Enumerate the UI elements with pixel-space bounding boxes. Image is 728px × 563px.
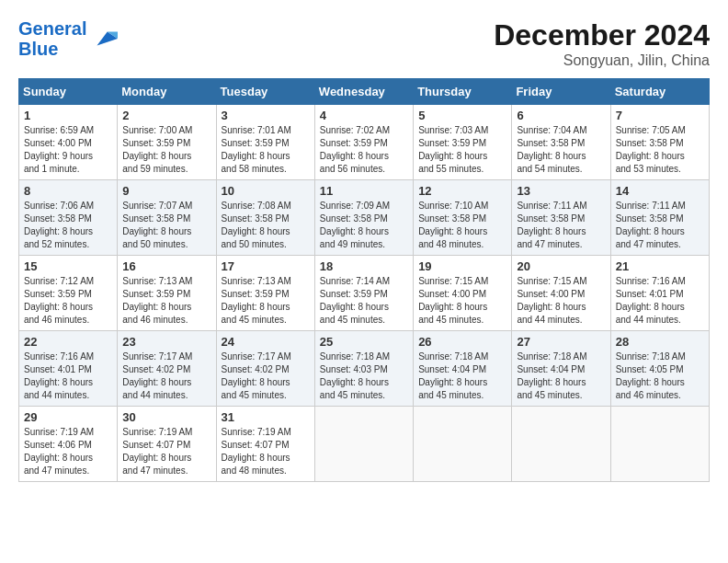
day-number: 2: [122, 109, 210, 122]
day-info: Sunrise: 7:04 AM Sunset: 3:58 PM Dayligh…: [517, 124, 605, 176]
day-number: 10: [222, 184, 310, 198]
day-number: 7: [616, 109, 704, 122]
day-number: 13: [517, 184, 605, 198]
day-info: Sunrise: 7:12 AM Sunset: 3:59 PM Dayligh…: [24, 275, 112, 327]
calendar-table: SundayMondayTuesdayWednesdayThursdayFrid…: [18, 78, 710, 482]
calendar-cell: 3Sunrise: 7:01 AM Sunset: 3:59 PM Daylig…: [216, 105, 314, 180]
day-number: 26: [418, 335, 506, 349]
day-info: Sunrise: 7:16 AM Sunset: 4:01 PM Dayligh…: [616, 275, 704, 327]
calendar-cell: [414, 407, 512, 482]
day-number: 9: [122, 184, 210, 198]
weekday-header-friday: Friday: [512, 79, 610, 105]
day-number: 27: [517, 335, 605, 349]
title-block: December 2024 Songyuan, Jilin, China: [494, 18, 710, 69]
calendar-cell: 21Sunrise: 7:16 AM Sunset: 4:01 PM Dayli…: [610, 256, 709, 331]
calendar-cell: 12Sunrise: 7:10 AM Sunset: 3:58 PM Dayli…: [414, 180, 512, 256]
week-row-4: 22Sunrise: 7:16 AM Sunset: 4:01 PM Dayli…: [19, 331, 710, 407]
day-number: 1: [24, 109, 112, 122]
day-info: Sunrise: 7:15 AM Sunset: 4:00 PM Dayligh…: [517, 275, 605, 327]
day-info: Sunrise: 7:18 AM Sunset: 4:03 PM Dayligh…: [320, 350, 408, 402]
calendar-cell: 11Sunrise: 7:09 AM Sunset: 3:58 PM Dayli…: [314, 180, 413, 256]
day-info: Sunrise: 7:01 AM Sunset: 3:59 PM Dayligh…: [222, 124, 310, 176]
day-info: Sunrise: 7:05 AM Sunset: 3:58 PM Dayligh…: [616, 124, 704, 176]
day-info: Sunrise: 7:11 AM Sunset: 3:58 PM Dayligh…: [517, 200, 605, 251]
day-info: Sunrise: 7:18 AM Sunset: 4:04 PM Dayligh…: [418, 350, 506, 402]
day-number: 20: [517, 259, 605, 273]
day-info: Sunrise: 7:09 AM Sunset: 3:58 PM Dayligh…: [320, 200, 408, 251]
calendar-cell: 23Sunrise: 7:17 AM Sunset: 4:02 PM Dayli…: [118, 331, 216, 407]
calendar-cell: [610, 407, 709, 482]
calendar-cell: 22Sunrise: 7:16 AM Sunset: 4:01 PM Dayli…: [19, 331, 118, 407]
day-number: 25: [320, 335, 408, 349]
day-number: 24: [222, 335, 310, 349]
calendar-cell: 15Sunrise: 7:12 AM Sunset: 3:59 PM Dayli…: [19, 256, 118, 331]
day-number: 28: [616, 335, 704, 349]
logo-line1: General: [18, 18, 86, 39]
day-number: 19: [418, 259, 506, 273]
day-info: Sunrise: 7:19 AM Sunset: 4:07 PM Dayligh…: [222, 426, 310, 477]
day-number: 8: [24, 184, 112, 198]
day-info: Sunrise: 7:14 AM Sunset: 3:59 PM Dayligh…: [320, 275, 408, 327]
week-row-1: 1Sunrise: 6:59 AM Sunset: 4:00 PM Daylig…: [19, 105, 710, 180]
calendar-cell: 4Sunrise: 7:02 AM Sunset: 3:59 PM Daylig…: [314, 105, 413, 180]
day-info: Sunrise: 7:17 AM Sunset: 4:02 PM Dayligh…: [122, 350, 210, 402]
calendar-cell: 9Sunrise: 7:07 AM Sunset: 3:58 PM Daylig…: [118, 180, 216, 256]
calendar-cell: 16Sunrise: 7:13 AM Sunset: 3:59 PM Dayli…: [118, 256, 216, 331]
page-header: General Blue December 2024 Songyuan, Jil…: [18, 18, 710, 69]
day-info: Sunrise: 7:13 AM Sunset: 3:59 PM Dayligh…: [222, 275, 310, 327]
day-number: 6: [517, 109, 605, 122]
day-info: Sunrise: 7:11 AM Sunset: 3:58 PM Dayligh…: [616, 200, 704, 251]
day-number: 3: [222, 109, 310, 122]
calendar-cell: 27Sunrise: 7:18 AM Sunset: 4:04 PM Dayli…: [512, 331, 610, 407]
day-info: Sunrise: 7:00 AM Sunset: 3:59 PM Dayligh…: [122, 124, 210, 176]
calendar-cell: 26Sunrise: 7:18 AM Sunset: 4:04 PM Dayli…: [414, 331, 512, 407]
day-number: 15: [24, 259, 112, 273]
weekday-header-wednesday: Wednesday: [314, 79, 413, 105]
day-number: 29: [24, 410, 112, 424]
day-info: Sunrise: 7:03 AM Sunset: 3:59 PM Dayligh…: [418, 124, 506, 176]
weekday-header-sunday: Sunday: [19, 79, 118, 105]
day-number: 23: [122, 335, 210, 349]
calendar-cell: 7Sunrise: 7:05 AM Sunset: 3:58 PM Daylig…: [610, 105, 709, 180]
week-row-5: 29Sunrise: 7:19 AM Sunset: 4:06 PM Dayli…: [19, 407, 710, 482]
day-info: Sunrise: 7:15 AM Sunset: 4:00 PM Dayligh…: [418, 275, 506, 327]
day-info: Sunrise: 7:02 AM Sunset: 3:59 PM Dayligh…: [320, 124, 408, 176]
day-number: 31: [222, 410, 310, 424]
day-number: 11: [320, 184, 408, 198]
logo-icon: [90, 25, 118, 52]
day-number: 18: [320, 259, 408, 273]
calendar-cell: 17Sunrise: 7:13 AM Sunset: 3:59 PM Dayli…: [216, 256, 314, 331]
day-number: 14: [616, 184, 704, 198]
calendar-cell: 18Sunrise: 7:14 AM Sunset: 3:59 PM Dayli…: [314, 256, 413, 331]
calendar-cell: 1Sunrise: 6:59 AM Sunset: 4:00 PM Daylig…: [19, 105, 118, 180]
day-info: Sunrise: 7:19 AM Sunset: 4:06 PM Dayligh…: [24, 426, 112, 477]
day-number: 4: [320, 109, 408, 122]
day-info: Sunrise: 6:59 AM Sunset: 4:00 PM Dayligh…: [24, 124, 112, 176]
day-number: 30: [122, 410, 210, 424]
day-info: Sunrise: 7:06 AM Sunset: 3:58 PM Dayligh…: [24, 200, 112, 251]
calendar-cell: 25Sunrise: 7:18 AM Sunset: 4:03 PM Dayli…: [314, 331, 413, 407]
weekday-header-thursday: Thursday: [414, 79, 512, 105]
day-info: Sunrise: 7:10 AM Sunset: 3:58 PM Dayligh…: [418, 200, 506, 251]
day-number: 22: [24, 335, 112, 349]
day-info: Sunrise: 7:08 AM Sunset: 3:58 PM Dayligh…: [222, 200, 310, 251]
week-row-2: 8Sunrise: 7:06 AM Sunset: 3:58 PM Daylig…: [19, 180, 710, 256]
day-info: Sunrise: 7:16 AM Sunset: 4:01 PM Dayligh…: [24, 350, 112, 402]
calendar-cell: [314, 407, 413, 482]
calendar-cell: 24Sunrise: 7:17 AM Sunset: 4:02 PM Dayli…: [216, 331, 314, 407]
day-info: Sunrise: 7:18 AM Sunset: 4:05 PM Dayligh…: [616, 350, 704, 402]
weekday-header-saturday: Saturday: [610, 79, 709, 105]
calendar-cell: 31Sunrise: 7:19 AM Sunset: 4:07 PM Dayli…: [216, 407, 314, 482]
calendar-cell: 20Sunrise: 7:15 AM Sunset: 4:00 PM Dayli…: [512, 256, 610, 331]
calendar-cell: [512, 407, 610, 482]
month-title: December 2024: [494, 18, 710, 52]
calendar-cell: 14Sunrise: 7:11 AM Sunset: 3:58 PM Dayli…: [610, 180, 709, 256]
day-number: 5: [418, 109, 506, 122]
day-info: Sunrise: 7:19 AM Sunset: 4:07 PM Dayligh…: [122, 426, 210, 477]
logo-line2: Blue: [18, 39, 58, 59]
calendar-cell: 30Sunrise: 7:19 AM Sunset: 4:07 PM Dayli…: [118, 407, 216, 482]
calendar-cell: 10Sunrise: 7:08 AM Sunset: 3:58 PM Dayli…: [216, 180, 314, 256]
location-subtitle: Songyuan, Jilin, China: [494, 52, 710, 69]
calendar-cell: 19Sunrise: 7:15 AM Sunset: 4:00 PM Dayli…: [414, 256, 512, 331]
day-info: Sunrise: 7:13 AM Sunset: 3:59 PM Dayligh…: [122, 275, 210, 327]
